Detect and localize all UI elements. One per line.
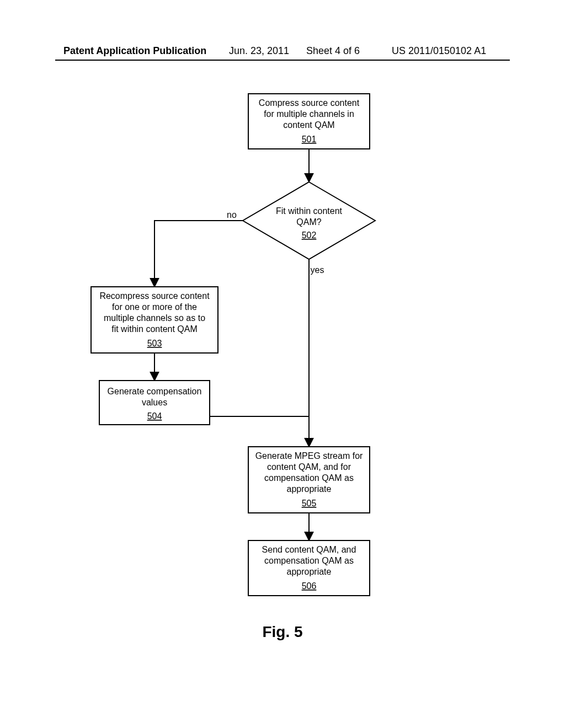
header-rule [55, 60, 510, 61]
edge-label-no: no [227, 210, 237, 220]
edge-502-503 [154, 221, 243, 287]
node-506-l3: appropriate [287, 567, 332, 576]
node-503-l3: multiple channels so as to [104, 313, 205, 323]
node-501-l2: for multiple channels in [264, 109, 354, 119]
node-505-l1: Generate MPEG stream for [255, 451, 363, 461]
node-502-ref: 502 [302, 231, 317, 240]
node-505-l4: appropriate [287, 484, 332, 494]
node-502-l2: QAM? [296, 217, 321, 227]
node-503-l4: fit within content QAM [111, 324, 198, 334]
node-501-l3: content QAM [283, 120, 334, 130]
figure-label: Fig. 5 [0, 623, 565, 641]
node-501-ref: 501 [302, 135, 317, 144]
node-505-l2: content QAM, and for [267, 462, 351, 472]
header-pubno: US 2011/0150102 A1 [392, 45, 486, 57]
node-505-l3: compensation QAM as [264, 473, 354, 483]
node-506-ref: 506 [302, 581, 317, 591]
node-503-l1: Recompress source content [99, 291, 210, 301]
node-503-l2: for one or more of the [112, 302, 197, 312]
node-504-l1: Generate compensation [108, 387, 202, 396]
node-505-ref: 505 [302, 499, 317, 508]
node-502-l1: Fit within content [276, 206, 343, 216]
edge-label-yes: yes [311, 265, 324, 275]
flowchart-figure: Compress source content for multiple cha… [55, 83, 510, 612]
node-504-l2: values [142, 398, 167, 407]
node-501-l1: Compress source content [259, 98, 360, 108]
header-publication: Patent Application Publication [63, 45, 206, 57]
header-sheet: Sheet 4 of 6 [306, 45, 360, 57]
node-503-ref: 503 [147, 339, 162, 348]
node-504-ref: 504 [147, 411, 162, 421]
node-506-l2: compensation QAM as [264, 556, 354, 565]
header-date: Jun. 23, 2011 [229, 45, 289, 57]
node-506-l1: Send content QAM, and [262, 545, 356, 554]
